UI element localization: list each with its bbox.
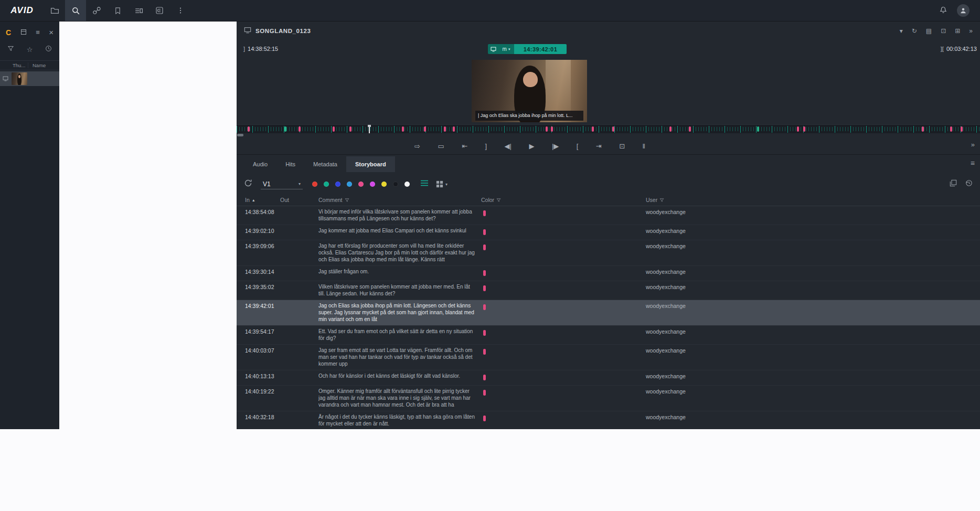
timeline-marker[interactable]	[961, 126, 963, 132]
current-timecode[interactable]: 14:39:42:01	[514, 44, 567, 54]
mark-in-icon[interactable]: [	[577, 143, 579, 150]
bookmark-icon[interactable]	[107, 0, 128, 21]
match-frame-icon[interactable]: ⊡	[619, 143, 625, 150]
table-row[interactable]: 14:40:19:22Omger. Känner mig framför all…	[237, 386, 980, 411]
timeline-marker[interactable]	[248, 126, 250, 132]
table-row[interactable]: 14:39:35:02Vilken låtskrivare som panele…	[237, 281, 980, 300]
go-to-out-icon[interactable]: ⇥	[596, 143, 602, 150]
send-to-icon[interactable]: ⇨	[414, 143, 420, 150]
timeline-marker[interactable]	[551, 126, 553, 132]
user-avatar[interactable]	[957, 4, 970, 17]
close-icon[interactable]: ×	[49, 28, 54, 36]
playhead[interactable]	[369, 125, 370, 133]
collapse-chevron-icon[interactable]: ▾	[900, 28, 903, 34]
layout-panels-icon[interactable]: ⊞	[955, 28, 960, 34]
folder-icon[interactable]	[44, 0, 65, 21]
timeline-marker[interactable]	[797, 126, 799, 132]
column-comment[interactable]: Comment	[318, 197, 349, 203]
column-thumbnail[interactable]: Thu...	[0, 62, 28, 68]
notifications-bell-icon[interactable]	[939, 5, 947, 16]
menu-icon[interactable]: ≡	[36, 29, 40, 36]
favorites-star-icon[interactable]: ☆	[27, 46, 33, 53]
step-forward-icon[interactable]: |▶	[552, 143, 559, 150]
timeline-marker[interactable]	[299, 126, 301, 132]
panel-menu-icon[interactable]: ≡	[971, 159, 975, 167]
step-back-icon[interactable]: ◀|	[505, 143, 512, 150]
timeline-marker[interactable]	[922, 126, 924, 132]
color-swatch[interactable]	[404, 182, 410, 187]
tab-audio[interactable]: Audio	[244, 156, 276, 172]
column-in[interactable]: In▲	[245, 197, 255, 203]
timeline-scrollbar-thumb[interactable]	[237, 134, 243, 136]
tab-storyboard[interactable]: Storyboard	[346, 156, 395, 172]
timeline-ruler[interactable]	[237, 124, 980, 133]
loop-play-icon[interactable]: ▭	[438, 143, 444, 150]
editorial-panel-icon[interactable]	[149, 0, 170, 21]
timeline-marker[interactable]	[546, 126, 548, 132]
player-panel-icon[interactable]: ⊡	[941, 28, 946, 34]
timecode-track-select[interactable]: m▾	[498, 44, 514, 54]
timeline-marker[interactable]	[349, 126, 351, 132]
timeline-marker[interactable]	[689, 126, 691, 132]
color-swatch[interactable]	[335, 182, 340, 187]
table-row[interactable]: 14:39:42:01Jag och Elias ska jobba ihop …	[237, 300, 980, 326]
list-view-icon[interactable]	[420, 179, 429, 189]
timeline-marker[interactable]	[444, 126, 446, 132]
column-color[interactable]: Color	[481, 197, 501, 203]
play-to-out-icon[interactable]: ]	[485, 143, 487, 150]
color-swatch[interactable]	[381, 182, 387, 187]
timeline-marker[interactable]	[803, 126, 805, 132]
table-row[interactable]: 14:38:54:08Vi börjar med inför vilka låt…	[237, 206, 980, 225]
panel-icon[interactable]	[20, 29, 27, 36]
go-to-in-icon[interactable]: ⇤	[462, 143, 467, 150]
reload-icon[interactable]	[244, 179, 252, 189]
queue-icon[interactable]	[128, 0, 149, 21]
timeline-marker[interactable]	[333, 126, 335, 132]
transport-overflow-icon[interactable]: »	[971, 141, 975, 148]
timeline-marker[interactable]	[757, 126, 759, 132]
color-swatch[interactable]	[358, 182, 364, 187]
column-user[interactable]: User	[646, 197, 664, 203]
timeline-marker[interactable]	[284, 126, 286, 132]
table-row[interactable]: 14:40:32:18Är något i det du tycker känn…	[237, 411, 980, 429]
timeline-marker[interactable]	[453, 126, 455, 132]
more-panels-icon[interactable]: »	[969, 28, 973, 34]
timeline-marker[interactable]	[950, 126, 952, 132]
table-row[interactable]: 14:40:13:13Och har för känslor i det kän…	[237, 370, 980, 386]
tab-hits[interactable]: Hits	[276, 156, 304, 172]
color-swatch[interactable]	[370, 182, 375, 187]
play-icon[interactable]: ▶	[529, 143, 534, 150]
audio-meter-icon[interactable]: ‖	[643, 143, 645, 150]
video-preview[interactable]: | Jag och Elias ska jobba ihop på min lo…	[472, 60, 587, 122]
timeline-marker[interactable]	[424, 126, 426, 132]
timeline-marker[interactable]	[402, 126, 404, 132]
column-out[interactable]: Out	[280, 197, 289, 203]
tab-metadata[interactable]: Metadata	[304, 156, 346, 172]
table-row[interactable]: 14:39:30:14Jag ställer frågan om.woodyex…	[237, 266, 980, 281]
grid-view-icon[interactable]: ▾	[436, 180, 448, 188]
history-icon[interactable]	[965, 179, 973, 189]
color-swatch[interactable]	[393, 182, 398, 187]
filter-icon[interactable]	[7, 45, 14, 54]
timeline-marker[interactable]	[612, 126, 614, 132]
timeline-marker[interactable]	[669, 126, 672, 132]
color-swatch[interactable]	[312, 182, 317, 187]
link-icon[interactable]	[86, 0, 107, 21]
table-row[interactable]: 14:40:03:07Jag ser fram emot att se vart…	[237, 345, 980, 370]
duplicate-icon[interactable]	[950, 179, 957, 189]
table-row[interactable]: 14:39:02:10Jag kommer att jobba med Elia…	[237, 225, 980, 240]
color-swatch[interactable]	[347, 182, 352, 187]
timeline-marker[interactable]	[592, 126, 594, 132]
table-row[interactable]: 14:39:09:06Jag har ett förslag för produ…	[237, 240, 980, 266]
search-icon[interactable]	[65, 0, 86, 21]
color-swatch[interactable]	[324, 182, 329, 187]
asset-list-item[interactable]	[0, 71, 59, 86]
view-columns-icon[interactable]: ▤	[926, 28, 932, 34]
table-row[interactable]: 14:39:54:17Ett. Vad ser du fram emot och…	[237, 326, 980, 345]
column-name[interactable]: Name	[28, 62, 46, 68]
recent-clock-icon[interactable]	[45, 45, 52, 54]
refresh-icon[interactable]: ↻	[912, 28, 917, 34]
track-select[interactable]: V1▾	[261, 179, 303, 189]
current-timecode-badge[interactable]: m▾ 14:39:42:01	[488, 44, 567, 54]
kebab-menu-icon[interactable]	[170, 0, 191, 21]
